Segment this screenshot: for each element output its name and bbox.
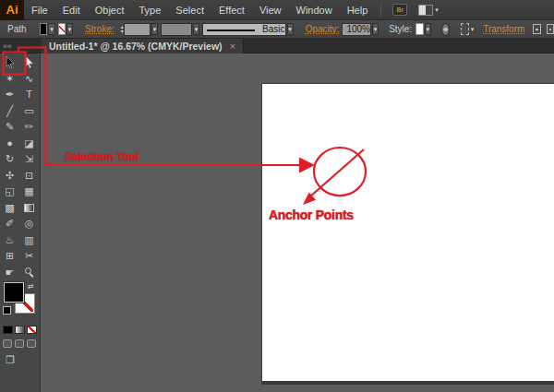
blob-brush-tool[interactable]: ●: [0, 136, 19, 152]
arrange-documents-button[interactable]: ▾: [418, 5, 439, 16]
selection-arrow-icon: [6, 56, 15, 68]
stroke-dropdown-button[interactable]: ▾: [66, 23, 73, 35]
arrange-documents-icon: [418, 5, 433, 16]
menu-help[interactable]: Help: [340, 0, 376, 20]
menu-select[interactable]: Select: [168, 0, 211, 20]
stroke-weight-link[interactable]: Stroke:: [85, 24, 114, 34]
pencil-tool[interactable]: ✏: [19, 119, 39, 136]
tool-grid: ✶ ∿ ✒ T ╱ ▭ ✎ ✏ ● ◪ ↻ ⇲ ✣ ⊡ ◱ ▦ ▩ ✐ ◎ ♨ …: [0, 53, 40, 280]
artboard[interactable]: [261, 83, 554, 385]
distribute-icon[interactable]: [547, 24, 554, 34]
close-tab-icon[interactable]: ×: [230, 41, 235, 52]
paintbrush-tool[interactable]: ✎: [0, 119, 19, 136]
gradient-icon: [24, 204, 34, 212]
mesh-tool[interactable]: ▩: [0, 200, 19, 217]
menu-bar: Ai File Edit Object Type Select Effect V…: [0, 0, 554, 20]
select-similar-icon[interactable]: [461, 23, 469, 35]
chevron-down-icon: ▾: [68, 26, 72, 33]
fill-swatch[interactable]: [4, 282, 24, 303]
width-profile-dropdown[interactable]: ▾: [193, 23, 199, 35]
document-title: Untitled-1* @ 16.67% (CMYK/Preview): [49, 41, 223, 52]
artboard-tool[interactable]: ⊞: [0, 248, 19, 265]
rotate-tool[interactable]: ↻: [0, 151, 19, 168]
menu-view[interactable]: View: [252, 0, 289, 20]
chevron-down-icon: ▾: [426, 26, 429, 33]
control-bar: Path ▾ ▾ Stroke: ▴ ▾ ▾ ▾ Basic ▾ Opacity…: [0, 20, 554, 39]
lasso-tool[interactable]: ∿: [19, 71, 39, 88]
chevron-down-icon: ▾: [50, 26, 54, 33]
none-mode-button[interactable]: [27, 326, 37, 334]
scale-tool[interactable]: ⇲: [19, 151, 39, 168]
menu-separator: [380, 4, 381, 17]
shape-builder-tool[interactable]: ◱: [0, 184, 19, 200]
blend-tool[interactable]: ◎: [19, 216, 39, 232]
magnifier-icon: [25, 267, 34, 277]
collapse-panels-icon[interactable]: ««: [3, 42, 42, 51]
width-tool[interactable]: ✣: [0, 168, 19, 184]
chevron-down-icon: ▾: [195, 26, 199, 33]
width-profile-field[interactable]: [161, 23, 192, 36]
perspective-grid-tool[interactable]: ▦: [19, 184, 39, 200]
draw-inside-button[interactable]: [27, 339, 36, 348]
stroke-color-swatch[interactable]: [58, 23, 66, 35]
free-transform-tool[interactable]: ⊡: [19, 168, 39, 184]
gradient-tool[interactable]: [19, 200, 39, 217]
brush-stroke-preview: [207, 30, 255, 31]
style-swatch[interactable]: [416, 23, 423, 35]
menu-edit[interactable]: Edit: [55, 0, 88, 20]
color-mode-button[interactable]: [3, 326, 13, 334]
selection-tool[interactable]: [0, 54, 19, 71]
draw-normal-button[interactable]: [3, 339, 12, 348]
magic-wand-tool[interactable]: ✶: [0, 71, 19, 88]
draw-behind-button[interactable]: [15, 339, 24, 348]
app-logo: Ai: [0, 0, 24, 20]
brush-definition-field[interactable]: Basic: [202, 23, 285, 36]
gradient-mode-button[interactable]: [15, 326, 25, 334]
swap-fill-stroke-icon[interactable]: ⇄: [28, 282, 34, 291]
line-segment-tool[interactable]: ╱: [0, 103, 19, 120]
hand-tool[interactable]: ☛: [0, 265, 19, 281]
eyedropper-tool[interactable]: ✐: [0, 216, 19, 232]
fill-color-swatch[interactable]: [40, 23, 47, 35]
type-tool[interactable]: T: [19, 87, 39, 103]
fill-dropdown-button[interactable]: ▾: [48, 23, 54, 35]
brush-definition-dropdown[interactable]: ▾: [287, 23, 294, 35]
opacity-field[interactable]: 100%: [342, 23, 371, 36]
stroke-weight-field[interactable]: [124, 23, 151, 36]
default-fill-stroke-icon[interactable]: [3, 306, 11, 315]
tools-panel: ✶ ∿ ✒ T ╱ ▭ ✎ ✏ ● ◪ ↻ ⇲ ✣ ⊡ ◱ ▦ ▩ ✐ ◎ ♨ …: [0, 53, 41, 392]
chevron-down-icon: ▾: [374, 26, 378, 33]
stroke-weight-dropdown[interactable]: ▾: [151, 23, 158, 35]
symbol-sprayer-tool[interactable]: ♨: [0, 232, 19, 249]
canvas-area[interactable]: [41, 53, 554, 392]
opacity-link[interactable]: Opacity:: [306, 24, 340, 34]
selection-type-label: Path: [7, 24, 27, 34]
screen-mode-button[interactable]: ❐: [0, 348, 40, 366]
direct-selection-arrow-icon: [25, 56, 34, 68]
transform-link[interactable]: Transform: [483, 24, 524, 34]
brush-name: Basic: [262, 24, 284, 34]
document-tab[interactable]: Untitled-1* @ 16.67% (CMYK/Preview) ×: [42, 39, 244, 53]
chevron-down-icon: ▾: [471, 26, 475, 33]
direct-selection-tool[interactable]: [19, 54, 39, 71]
menu-object[interactable]: Object: [88, 0, 132, 20]
chevron-down-icon: ▾: [435, 6, 439, 14]
column-graph-tool[interactable]: ▥: [19, 232, 39, 249]
zoom-tool[interactable]: [19, 265, 39, 281]
paint-mode-row: [0, 323, 40, 334]
slice-tool[interactable]: ✂: [19, 248, 39, 265]
style-dropdown[interactable]: ▾: [425, 23, 431, 35]
bridge-button[interactable]: Br: [392, 4, 407, 16]
pen-tool[interactable]: ✒: [0, 87, 19, 103]
rectangle-tool[interactable]: ▭: [19, 103, 39, 120]
opacity-dropdown[interactable]: ▾: [372, 23, 379, 35]
eraser-tool[interactable]: ◪: [19, 136, 39, 152]
document-tab-bar: «« Untitled-1* @ 16.67% (CMYK/Preview) ×: [0, 39, 554, 53]
menu-file[interactable]: File: [24, 0, 55, 20]
chevron-down-icon: ▾: [153, 26, 157, 33]
recolor-artwork-icon[interactable]: [441, 23, 450, 36]
menu-effect[interactable]: Effect: [211, 0, 252, 20]
menu-window[interactable]: Window: [289, 0, 340, 20]
menu-type[interactable]: Type: [132, 0, 169, 20]
align-icon[interactable]: [533, 24, 540, 34]
